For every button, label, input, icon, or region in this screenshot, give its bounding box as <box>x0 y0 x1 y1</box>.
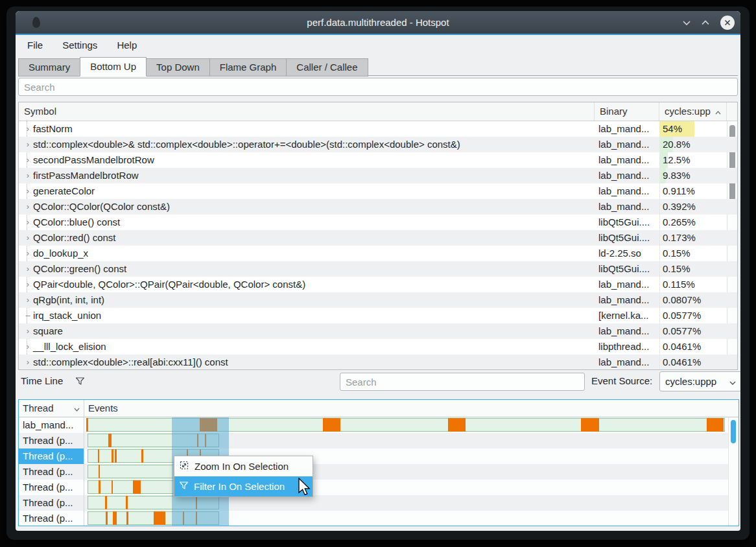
thread-name[interactable]: Thread (p... <box>19 495 84 511</box>
table-row[interactable]: ›QPair<double, QColor>::QPair(QPair<doub… <box>19 277 737 292</box>
cost-cell: 0.115% <box>659 277 727 292</box>
event-sample-mark <box>581 418 599 432</box>
thread-name[interactable]: lab_mand... <box>19 417 84 433</box>
event-sample-mark <box>99 480 100 494</box>
symbol-cell: –irq_stack_union <box>19 308 595 323</box>
context-menu: Zoom In On SelectionFilter In On Selecti… <box>174 456 313 497</box>
event-source-select[interactable]: cycles:uppp <box>659 371 740 391</box>
table-row[interactable]: ›generateColorlab_mand...0.911% <box>19 183 737 199</box>
symbol-name: std::complex<double>& std::complex<doubl… <box>33 137 460 152</box>
column-header-spacer <box>727 102 737 121</box>
timeline-row[interactable]: Thread (p... <box>19 433 738 448</box>
tab-caller-callee[interactable]: Caller / Callee <box>286 58 368 76</box>
column-header-thread-label: Thread <box>23 400 54 417</box>
timeline-row[interactable]: Thread (p... <box>19 448 738 464</box>
tab-flame-graph[interactable]: Flame Graph <box>209 58 287 76</box>
timeline-row[interactable]: Thread (p... <box>19 495 738 511</box>
table-row[interactable]: –irq_stack_union[kernel.ka...0.0577% <box>19 308 737 323</box>
event-sample-mark <box>106 511 108 525</box>
expand-arrow-icon[interactable]: › <box>23 355 33 370</box>
table-row[interactable]: ›firstPassMandelbrotRowlab_mand...9.83% <box>19 168 737 183</box>
expand-arrow-icon[interactable]: › <box>23 121 33 137</box>
table-row[interactable]: ›__lll_lock_elisionlibpthread...0.0461% <box>19 339 737 355</box>
menu-item-settings[interactable]: Settings <box>56 37 104 54</box>
thread-name[interactable]: Thread (p... <box>19 448 84 464</box>
tab-top-down[interactable]: Top Down <box>146 58 209 76</box>
menu-item-file[interactable]: File <box>21 37 49 54</box>
binary-cell: ld-2.25.so <box>595 246 659 261</box>
timeline-row[interactable]: lab_mand... <box>19 417 738 433</box>
table-row[interactable]: ›QColor::blue() constlibQt5Gui....0.265% <box>19 215 737 230</box>
menu-item-filter-in-on-selection[interactable]: Filter In On Selection <box>174 476 313 496</box>
timeline-row[interactable]: Thread (p... <box>19 464 738 480</box>
symbol-name: QColor::red() const <box>33 230 116 246</box>
expand-arrow-icon[interactable]: › <box>23 199 33 215</box>
thread-name[interactable]: Thread (p... <box>19 433 84 448</box>
event-sample-mark <box>448 418 466 432</box>
timeline-row[interactable]: Thread (p... <box>19 511 738 526</box>
tab-summary[interactable]: Summary <box>18 58 80 76</box>
expand-arrow-icon[interactable]: › <box>23 137 33 152</box>
binary-cell: libQt5Gui.... <box>595 230 659 246</box>
cost-heat-bar <box>659 323 660 339</box>
timeline-search-input[interactable] <box>340 373 585 391</box>
expand-arrow-icon[interactable]: › <box>23 215 33 230</box>
expand-arrow-icon[interactable]: › <box>23 339 33 355</box>
column-header-symbol[interactable]: Symbol <box>19 102 595 121</box>
tab-bottom-up[interactable]: Bottom Up <box>80 57 147 76</box>
menu-item-zoom-in-on-selection[interactable]: Zoom In On Selection <box>174 456 313 476</box>
hotspot-app-icon <box>32 17 40 28</box>
column-header-binary[interactable]: Binary <box>595 102 659 121</box>
symbol-name: do_lookup_x <box>33 246 88 261</box>
table-row[interactable]: ›do_lookup_xld-2.25.so0.15% <box>19 246 737 261</box>
cost-cell: 0.15% <box>659 246 727 261</box>
table-row[interactable]: ›secondPassMandelbrotRowlab_mand...12.5% <box>19 152 737 168</box>
event-sample-mark <box>141 449 143 463</box>
cost-cell: 0.0577% <box>659 308 727 323</box>
table-row[interactable]: ›std::complex<double>& std::complex<doub… <box>19 137 737 152</box>
symbol-name: generateColor <box>33 183 95 199</box>
expand-arrow-icon[interactable]: › <box>23 323 33 339</box>
column-header-cost-label: cycles:upp <box>665 102 711 121</box>
table-row[interactable]: ›QColor::QColor(QColor const&)lab_mand..… <box>19 199 737 215</box>
titlebar[interactable]: perf.data.multithreaded - Hotspot <box>16 11 740 35</box>
expand-arrow-icon[interactable]: › <box>23 168 33 183</box>
expand-arrow-icon[interactable]: › <box>23 183 33 199</box>
expand-arrow-icon[interactable]: › <box>23 230 33 246</box>
binary-cell: lab_mand... <box>595 199 659 215</box>
symbol-cell: ›std::complex<double>::real[abi:cxx11]()… <box>19 355 595 370</box>
timeline-row[interactable]: Thread (p... <box>19 480 738 495</box>
thread-name[interactable]: Thread (p... <box>19 480 84 495</box>
thread-name[interactable]: Thread (p... <box>19 464 84 480</box>
cost-cell: 0.0461% <box>659 339 727 355</box>
binary-cell: lab_mand... <box>595 137 659 152</box>
filter-icon[interactable] <box>75 377 85 388</box>
maximize-icon[interactable] <box>702 20 709 25</box>
table-row[interactable]: ›QColor::red() constlibQt5Gui....0.173% <box>19 230 737 246</box>
expand-arrow-icon[interactable]: › <box>23 152 33 168</box>
expand-arrow-icon[interactable]: › <box>23 261 33 277</box>
timeline-scrollbar[interactable] <box>728 417 738 526</box>
menu-item-help[interactable]: Help <box>110 37 143 54</box>
event-sample-mark <box>126 496 128 509</box>
minimize-icon[interactable] <box>683 20 691 25</box>
close-icon[interactable] <box>720 16 735 30</box>
table-row[interactable]: ›QColor::green() constlibQt5Gui....0.15% <box>19 261 737 277</box>
cost-value: 0.15% <box>663 248 691 259</box>
table-row[interactable]: ›std::complex<double>::real[abi:cxx11]()… <box>19 355 737 370</box>
expand-arrow-icon[interactable]: › <box>23 246 33 261</box>
cost-heat-bar <box>659 308 660 323</box>
expand-arrow-icon[interactable]: › <box>23 292 33 308</box>
column-header-thread[interactable]: Thread <box>19 400 84 417</box>
thread-name[interactable]: Thread (p... <box>19 511 84 526</box>
table-row[interactable]: ›qRgb(int, int, int)lab_mand...0.0807% <box>19 292 737 308</box>
table-row[interactable]: ›squarelab_mand...0.0577% <box>19 323 737 339</box>
column-header-cost[interactable]: cycles:upp <box>659 102 727 121</box>
timeline-section-label: Time Line <box>21 375 63 386</box>
search-input[interactable] <box>18 78 738 96</box>
timeline-scrollbar-thumb[interactable] <box>731 420 736 443</box>
cost-heat-bar <box>659 339 660 355</box>
expand-arrow-icon[interactable]: › <box>23 277 33 292</box>
table-row[interactable]: ›fastNormlab_mand...54% <box>19 121 737 137</box>
binary-cell: lab_mand... <box>595 355 659 370</box>
